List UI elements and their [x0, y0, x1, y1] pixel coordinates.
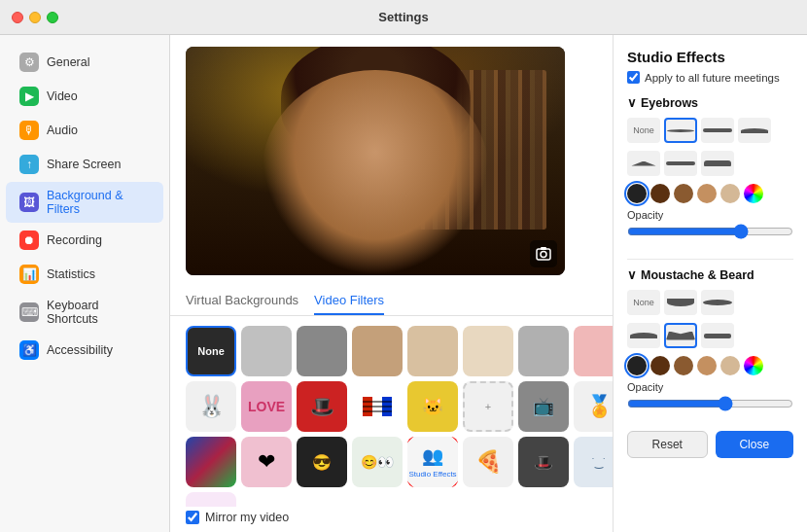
mirror-video-checkbox[interactable] [186, 511, 199, 524]
sidebar-item-recording[interactable]: ⏺ Recording [6, 224, 163, 257]
filter-item[interactable]: 🎩 [518, 437, 569, 487]
eyebrow-color-dark-brown[interactable] [650, 184, 670, 203]
statistics-icon: 📊 [19, 265, 39, 284]
main-content: Virtual Backgrounds Video Filters None 🦌… [170, 35, 613, 532]
filter-item[interactable]: 🍕 [463, 437, 513, 487]
filter-item[interactable] [352, 381, 403, 432]
sidebar-item-share-screen[interactable]: ↑ Share Screen [6, 148, 163, 181]
video-icon: ▶ [19, 87, 39, 106]
moustache-opacity-slider[interactable] [627, 396, 793, 411]
eyebrow-color-row [627, 184, 793, 203]
sidebar-item-keyboard-shortcuts[interactable]: ⌨ Keyboard Shortcuts [6, 292, 163, 333]
mirror-video-label: Mirror my video [205, 511, 289, 524]
apply-future-meetings-label: Apply to all future meetings [645, 72, 780, 84]
eyebrow-opacity-slider[interactable] [627, 224, 793, 239]
sidebar-item-audio[interactable]: 🎙 Audio [6, 114, 163, 147]
chevron-down-icon: ∨ [627, 95, 637, 110]
filter-item[interactable]: ❤ [241, 437, 292, 487]
moustache-color-tan[interactable] [697, 356, 717, 375]
minimize-window-button[interactable] [29, 12, 41, 23]
sidebar-label-video: Video [47, 89, 78, 103]
studio-effects-icon: 👥 [422, 445, 443, 467]
sidebar-item-video[interactable]: ▶ Video [6, 80, 163, 113]
moustache-none[interactable]: None [627, 290, 660, 315]
moustache-color-black[interactable] [627, 356, 647, 375]
moustache-style-4[interactable] [664, 323, 697, 348]
sidebar-item-background-filters[interactable]: 🖼 Background & Filters [6, 182, 163, 223]
apply-future-meetings-checkbox[interactable] [627, 71, 640, 84]
eyebrow-style-row-1: None [627, 118, 793, 143]
filter-item[interactable]: ˙‿˙ [574, 437, 613, 487]
window-title: Settings [378, 10, 428, 24]
sidebar-item-general[interactable]: ⚙ General [6, 46, 163, 79]
eyebrow-color-tan[interactable] [697, 184, 717, 203]
tab-virtual-backgrounds[interactable]: Virtual Backgrounds [186, 287, 298, 315]
moustache-color-brown[interactable] [674, 356, 693, 375]
filter-item[interactable]: LOVE [241, 381, 292, 432]
sidebar-label-keyboard: Keyboard Shortcuts [47, 299, 150, 326]
sidebar-item-accessibility[interactable]: ♿ Accessibility [6, 334, 163, 367]
moustache-color-light[interactable] [720, 356, 740, 375]
snapshot-button[interactable] [530, 240, 557, 267]
filter-item[interactable] [407, 326, 458, 376]
filter-item[interactable]: 🐸 [186, 492, 236, 507]
moustache-color-dark-brown[interactable] [650, 356, 670, 375]
eyebrow-style-5[interactable] [664, 151, 697, 176]
moustache-color-picker[interactable] [744, 356, 763, 375]
eyebrow-color-picker[interactable] [744, 184, 763, 203]
filter-item[interactable]: 🏅 [574, 381, 613, 432]
moustache-label: Moustache & Beard [641, 268, 754, 282]
moustache-style-5[interactable] [701, 323, 734, 348]
filter-none[interactable]: None [186, 326, 236, 376]
filter-item[interactable] [352, 326, 403, 376]
maximize-window-button[interactable] [47, 12, 58, 23]
close-window-button[interactable] [12, 12, 23, 23]
sidebar-item-statistics[interactable]: 📊 Statistics [6, 258, 163, 291]
mirror-video-row: Mirror my video [170, 507, 613, 532]
eyebrow-color-brown[interactable] [674, 184, 693, 203]
title-bar: Settings [0, 0, 807, 35]
eyebrow-none[interactable]: None [627, 118, 660, 143]
moustache-style-1[interactable] [664, 290, 697, 315]
filter-item[interactable]: 🐱 [407, 381, 458, 432]
sidebar-label-general: General [47, 55, 89, 69]
filter-item[interactable] [186, 437, 236, 487]
moustache-section-header[interactable]: ∨ Moustache & Beard [627, 267, 793, 282]
eyebrow-style-4[interactable] [627, 151, 660, 176]
moustache-style-2[interactable] [701, 290, 734, 315]
svg-point-1 [541, 252, 546, 258]
filter-item[interactable] [463, 326, 513, 376]
filter-item[interactable]: 🎩 [297, 381, 347, 432]
moustache-style-3[interactable] [627, 323, 660, 348]
right-panel: Studio Effects Apply to all future meeti… [613, 35, 807, 532]
gear-icon: ⚙ [19, 53, 39, 72]
studio-effects-button[interactable]: 👥 Studio Effects [407, 437, 458, 487]
filter-item[interactable] [297, 326, 347, 376]
filter-item[interactable]: 🐰 [186, 381, 236, 432]
filter-item[interactable]: 😊👀 [352, 437, 403, 487]
moustache-style-row-2 [627, 323, 793, 348]
filter-item[interactable]: 😎 [297, 437, 347, 487]
eyebrow-style-1[interactable] [664, 118, 697, 143]
eyebrows-section-header[interactable]: ∨ Eyebrows [627, 95, 793, 110]
eyebrow-style-3[interactable] [738, 118, 771, 143]
filter-item[interactable]: + [463, 381, 513, 432]
studio-effects-item[interactable]: 👥 Studio Effects [407, 437, 458, 487]
apply-future-meetings-row: Apply to all future meetings [627, 71, 793, 84]
sidebar-label-stats: Statistics [47, 267, 95, 281]
filter-item[interactable]: 📺 [518, 381, 569, 432]
eyebrow-style-6[interactable] [701, 151, 734, 176]
filter-item[interactable] [241, 326, 292, 376]
filter-item[interactable] [574, 326, 613, 376]
recording-icon: ⏺ [19, 231, 39, 250]
tab-video-filters[interactable]: Video Filters [314, 287, 384, 315]
eyebrow-style-row-2 [627, 151, 793, 176]
eyebrow-color-black[interactable] [627, 184, 647, 203]
filter-item[interactable] [518, 326, 569, 376]
reset-button[interactable]: Reset [627, 431, 708, 458]
close-button[interactable]: Close [716, 431, 794, 458]
eyebrow-color-light[interactable] [720, 184, 740, 203]
eyebrow-style-2[interactable] [701, 118, 734, 143]
moustache-style-row-1: None [627, 290, 793, 315]
sidebar-label-recording: Recording [47, 233, 102, 247]
